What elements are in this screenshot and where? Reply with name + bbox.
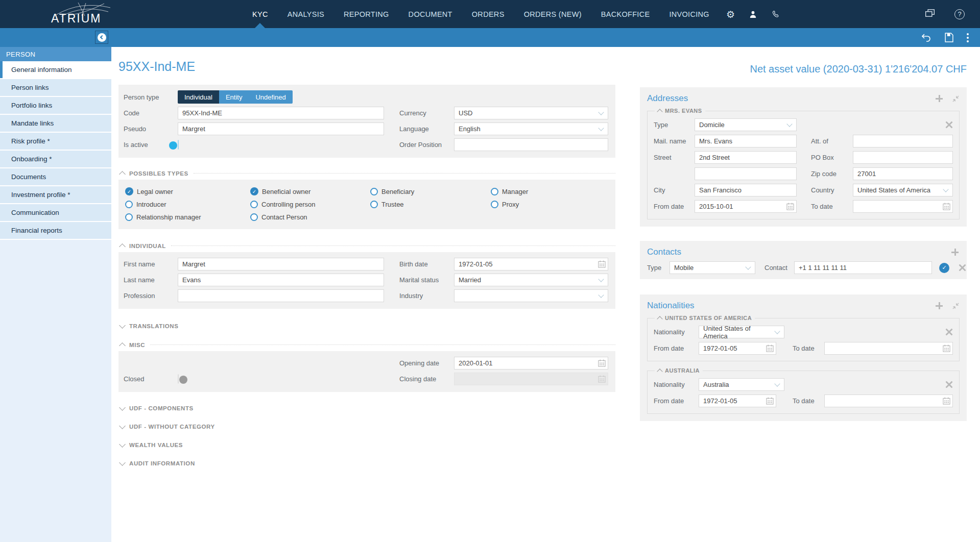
nationality-select[interactable]: Australia: [699, 378, 784, 391]
contact-type-select[interactable]: Mobile: [670, 261, 755, 274]
nationality-to-date-input[interactable]: [824, 342, 953, 355]
calendar-icon[interactable]: [766, 397, 774, 405]
address-from-date-input[interactable]: [695, 200, 797, 213]
person-type-option-entity[interactable]: Entity: [219, 90, 249, 104]
settings-gear-icon[interactable]: ⚙: [726, 9, 735, 20]
sidebar-item-documents[interactable]: Documents: [0, 168, 111, 186]
sidebar-item-communication[interactable]: Communication: [0, 204, 111, 222]
profession-input[interactable]: [178, 289, 384, 302]
person-type-option-individual[interactable]: Individual: [178, 90, 219, 104]
sidebar-item-portfolio-links[interactable]: Portfolio links: [0, 97, 111, 115]
type-option-introducer[interactable]: Introducer: [125, 201, 250, 208]
delete-contact-icon[interactable]: [959, 264, 966, 272]
address-to-date-input[interactable]: [853, 200, 953, 213]
nav-item-backoffice[interactable]: BACKOFFICE: [591, 0, 660, 28]
type-option-beneficiary[interactable]: Beneficiary: [370, 187, 491, 195]
att-of-input[interactable]: [853, 135, 953, 147]
calendar-icon[interactable]: [598, 359, 606, 367]
sidebar-item-mandate-links[interactable]: Mandate links: [0, 115, 111, 133]
code-input[interactable]: [178, 107, 384, 119]
type-option-beneficial-owner[interactable]: Beneficial owner: [250, 187, 370, 195]
add-nationality-button[interactable]: [935, 301, 944, 310]
windows-layout-icon[interactable]: [925, 9, 935, 19]
type-option-proxy[interactable]: Proxy: [491, 201, 610, 208]
nationality-group-header[interactable]: AUSTRALIA: [655, 367, 703, 374]
language-select[interactable]: English: [454, 122, 608, 135]
nav-item-analysis[interactable]: ANALYSIS: [278, 0, 334, 28]
misc-section-header[interactable]: MISC: [118, 341, 615, 348]
sidebar-item-onboarding[interactable]: Onboarding *: [0, 151, 111, 168]
type-option-legal-owner[interactable]: Legal owner: [125, 187, 250, 195]
nationality-select[interactable]: United States of America: [699, 326, 784, 338]
nationality-group-header[interactable]: UNITED STATES OF AMERICA: [655, 315, 755, 321]
order-position-input[interactable]: [454, 138, 608, 151]
is-active-toggle[interactable]: [178, 140, 179, 150]
type-option-contact-person[interactable]: Contact Person: [250, 213, 370, 221]
nav-item-kyc[interactable]: KYC: [243, 0, 278, 28]
nationality-to-date-input[interactable]: [824, 395, 953, 407]
pseudo-input[interactable]: [178, 122, 384, 135]
type-option-controlling-person[interactable]: Controlling person: [250, 201, 370, 208]
nationality-from-date-input[interactable]: [699, 395, 776, 407]
collapse-panel-icon[interactable]: [952, 302, 960, 310]
undo-icon[interactable]: [921, 33, 931, 42]
person-type-option-undefined[interactable]: Undefined: [249, 90, 292, 104]
type-option-manager[interactable]: Manager: [491, 187, 610, 195]
opening-date-input[interactable]: [454, 357, 608, 369]
nav-item-document[interactable]: DOCUMENT: [399, 0, 462, 28]
currency-select[interactable]: USD: [454, 107, 608, 119]
marital-status-select[interactable]: Married: [454, 274, 608, 286]
confirm-contact-icon[interactable]: [939, 263, 949, 273]
closed-toggle[interactable]: [178, 374, 179, 384]
sidebar-item-financial-reports[interactable]: Financial reports: [0, 222, 111, 240]
individual-section-header[interactable]: INDIVIDUAL: [118, 242, 615, 249]
save-icon[interactable]: [945, 33, 953, 42]
calendar-icon[interactable]: [766, 344, 774, 352]
udf-components-section-header[interactable]: UDF - COMPONENTS: [118, 405, 615, 411]
first-name-input[interactable]: [178, 258, 384, 270]
add-address-button[interactable]: [935, 94, 944, 103]
type-option-trustee[interactable]: Trustee: [370, 201, 491, 208]
atrium-logo[interactable]: ATRIUM: [51, 0, 115, 28]
delete-nationality-icon[interactable]: [945, 381, 953, 388]
address-group-header[interactable]: MRS. EVANS: [655, 108, 705, 114]
delete-nationality-icon[interactable]: [945, 328, 953, 336]
calendar-icon[interactable]: [943, 203, 950, 210]
nav-item-orders[interactable]: ORDERS: [462, 0, 514, 28]
delete-address-icon[interactable]: [945, 121, 953, 129]
translations-section-header[interactable]: TRANSLATIONS: [118, 323, 615, 329]
udf-without-category-section-header[interactable]: UDF - WITHOUT CATEGORY: [118, 424, 615, 430]
help-icon[interactable]: [954, 9, 965, 19]
calendar-icon[interactable]: [943, 344, 950, 352]
country-select[interactable]: United States of America: [853, 184, 953, 196]
phone-icon[interactable]: [771, 10, 780, 18]
address-type-select[interactable]: Domicile: [695, 118, 797, 131]
mail-name-input[interactable]: [695, 135, 797, 147]
calendar-icon[interactable]: [786, 203, 794, 210]
user-icon[interactable]: [749, 10, 757, 18]
possible-types-section-header[interactable]: POSSIBLES TYPES: [118, 170, 615, 177]
po-box-input[interactable]: [853, 151, 953, 164]
calendar-icon[interactable]: [943, 397, 950, 405]
more-options-kebab-icon[interactable]: [967, 33, 969, 42]
zip-code-input[interactable]: [853, 167, 953, 180]
nav-item-invoicing[interactable]: INVOICING: [659, 0, 719, 28]
street-input[interactable]: [695, 151, 797, 164]
sidebar-item-general-information[interactable]: General information: [0, 61, 111, 79]
city-input[interactable]: [695, 184, 797, 196]
contact-number-input[interactable]: [794, 261, 932, 274]
last-name-input[interactable]: [178, 274, 384, 286]
nav-item-reporting[interactable]: REPORTING: [334, 0, 399, 28]
type-option-relationship-manager[interactable]: Relationship manager: [125, 213, 250, 221]
industry-select[interactable]: [454, 289, 608, 302]
add-contact-button[interactable]: [950, 248, 960, 257]
wealth-values-section-header[interactable]: WEALTH VALUES: [118, 442, 615, 448]
street2-input[interactable]: [695, 167, 797, 180]
sidebar-item-investment-profile[interactable]: Investment profile *: [0, 186, 111, 204]
nationality-from-date-input[interactable]: [699, 342, 776, 355]
sidebar-item-person-links[interactable]: Person links: [0, 79, 111, 97]
audit-information-section-header[interactable]: AUDIT INFORMATION: [118, 460, 615, 466]
collapse-panel-icon[interactable]: [952, 95, 960, 103]
sidebar-item-risk-profile[interactable]: Risk profile *: [0, 133, 111, 151]
calendar-icon[interactable]: [598, 260, 606, 268]
